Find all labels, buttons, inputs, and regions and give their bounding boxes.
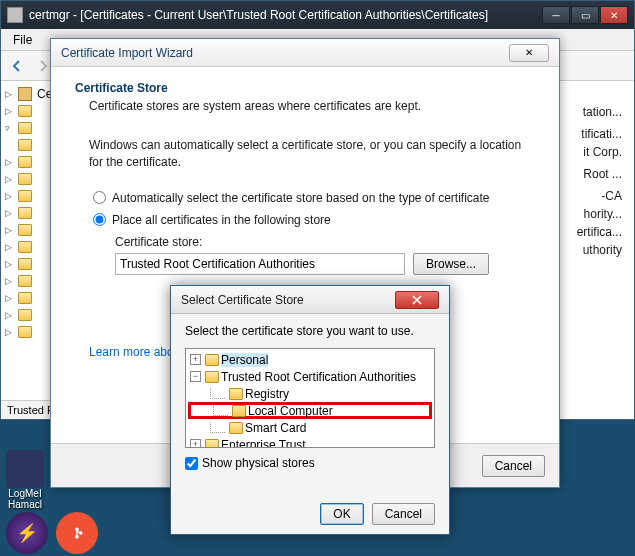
folder-icon [229, 422, 243, 434]
store-item-enterprise-trust[interactable]: + Enterprise Trust [188, 436, 432, 448]
desktop-icon-round[interactable]: ⚡ [6, 512, 48, 554]
selstore-title: Select Certificate Store [181, 293, 395, 307]
wizard-close-button[interactable]: ✕ [509, 44, 549, 62]
hamachi-label: Hamacl [6, 499, 44, 510]
collapse-icon[interactable]: ▿ [5, 123, 15, 133]
folder-icon [18, 173, 32, 185]
store-label: Enterprise Trust [221, 438, 306, 449]
folder-icon [18, 326, 32, 338]
desktop-icon-git[interactable] [56, 512, 98, 554]
store-item-smart-card[interactable]: Smart Card [188, 419, 432, 436]
folder-icon [205, 354, 219, 366]
selstore-prompt: Select the certificate store you want to… [185, 324, 435, 338]
expand-icon[interactable]: ▷ [5, 157, 15, 167]
selstore-close-button[interactable] [395, 291, 439, 309]
main-title: certmgr - [Certificates - Current User\T… [29, 8, 542, 22]
expand-icon[interactable]: + [190, 354, 201, 365]
back-button[interactable] [5, 54, 29, 78]
folder-icon [18, 258, 32, 270]
expand-icon[interactable]: ▷ [5, 225, 15, 235]
radio-place-store[interactable]: Place all certificates in the following … [93, 213, 535, 227]
radio-place-label: Place all certificates in the following … [112, 213, 331, 227]
app-icon [7, 7, 23, 23]
store-item-local-computer[interactable]: Local Computer [188, 402, 432, 419]
store-item-registry[interactable]: Registry [188, 385, 432, 402]
show-physical-input[interactable] [185, 457, 198, 470]
wizard-paragraph: Windows can automatically select a certi… [75, 137, 535, 171]
wizard-title: Certificate Import Wizard [61, 46, 509, 60]
selstore-titlebar[interactable]: Select Certificate Store [171, 286, 449, 314]
radio-auto-label: Automatically select the certificate sto… [112, 191, 490, 205]
maximize-button[interactable]: ▭ [571, 6, 599, 24]
radio-auto-input[interactable] [93, 191, 106, 204]
minimize-button[interactable]: ─ [542, 6, 570, 24]
expand-icon[interactable]: ▷ [5, 293, 15, 303]
radio-auto-select[interactable]: Automatically select the certificate sto… [93, 191, 535, 205]
folder-icon [18, 292, 32, 304]
folder-icon [18, 275, 32, 287]
expand-icon[interactable]: ▷ [5, 106, 15, 116]
store-tree[interactable]: + Personal − Trusted Root Certification … [185, 348, 435, 448]
folder-icon [18, 224, 32, 236]
show-physical-label: Show physical stores [202, 456, 315, 470]
expand-icon[interactable]: ▷ [5, 89, 15, 99]
logmein-label: LogMeI [6, 488, 44, 499]
folder-icon [232, 405, 246, 417]
folder-icon [18, 190, 32, 202]
expand-icon[interactable]: ▷ [5, 276, 15, 286]
expand-icon[interactable]: ▷ [5, 310, 15, 320]
store-item-personal[interactable]: + Personal [188, 351, 432, 368]
logmein-icon [6, 450, 44, 488]
certificate-store-input[interactable] [115, 253, 405, 275]
select-certificate-store-dialog: Select Certificate Store Select the cert… [170, 285, 450, 535]
expand-icon[interactable]: + [190, 439, 201, 448]
browse-button[interactable]: Browse... [413, 253, 489, 275]
wizard-cancel-button[interactable]: Cancel [482, 455, 545, 477]
show-physical-stores-checkbox[interactable]: Show physical stores [185, 456, 435, 470]
expand-icon[interactable]: ▷ [5, 208, 15, 218]
folder-icon [18, 139, 32, 151]
store-label: Local Computer [248, 404, 333, 418]
store-label: Trusted Root Certification Authorities [221, 370, 416, 384]
collapse-icon[interactable]: − [190, 371, 201, 382]
expand-icon[interactable]: ▷ [5, 327, 15, 337]
folder-icon [205, 371, 219, 383]
wizard-titlebar[interactable]: Certificate Import Wizard ✕ [51, 39, 559, 67]
radio-place-input[interactable] [93, 213, 106, 226]
wizard-subheading: Certificate stores are system areas wher… [75, 99, 535, 113]
folder-icon [18, 241, 32, 253]
menu-file[interactable]: File [5, 31, 40, 49]
folder-icon [18, 156, 32, 168]
desktop-icon-logmein[interactable]: LogMeI Hamacl [6, 450, 44, 510]
cert-root-icon [18, 87, 32, 101]
expand-icon[interactable]: ▷ [5, 259, 15, 269]
expand-icon[interactable]: ▷ [5, 191, 15, 201]
main-titlebar[interactable]: certmgr - [Certificates - Current User\T… [1, 1, 634, 29]
folder-icon [205, 439, 219, 449]
store-label: Personal [221, 353, 268, 367]
expand-icon[interactable]: ▷ [5, 242, 15, 252]
selstore-cancel-button[interactable]: Cancel [372, 503, 435, 525]
store-field-label: Certificate store: [115, 235, 535, 249]
store-item-trusted-root[interactable]: − Trusted Root Certification Authorities [188, 368, 432, 385]
folder-icon [18, 105, 32, 117]
folder-icon [229, 388, 243, 400]
wizard-heading: Certificate Store [75, 81, 535, 95]
store-label: Smart Card [245, 421, 306, 435]
folder-icon [18, 207, 32, 219]
expand-icon[interactable]: ▷ [5, 174, 15, 184]
store-label: Registry [245, 387, 289, 401]
close-button[interactable]: ✕ [600, 6, 628, 24]
selstore-ok-button[interactable]: OK [320, 503, 363, 525]
folder-icon [18, 122, 32, 134]
folder-icon [18, 309, 32, 321]
